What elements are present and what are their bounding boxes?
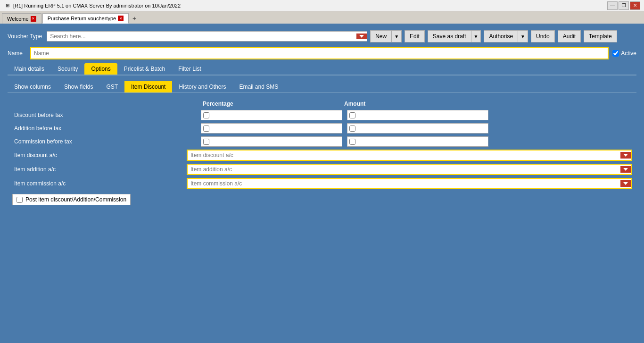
sub-tab-email-sms[interactable]: Email and SMS	[233, 81, 285, 92]
sub-tab-item-discount[interactable]: Item Discount	[124, 81, 172, 92]
voucher-type-label: Voucher Type	[8, 33, 42, 40]
column-headers: Percentage Amount	[12, 100, 632, 107]
item-commission-acct-input[interactable]	[188, 179, 620, 188]
voucher-type-search-wrap	[47, 31, 367, 42]
discount-before-tax-label: Discount before tax	[12, 112, 201, 118]
save-as-draft-button[interactable]: Save as draft	[428, 30, 471, 42]
tab-filter-list[interactable]: Filter List	[172, 63, 208, 75]
titlebar-left: ⊞ [R1] Running ERP 5.1 on CMAX Server By…	[4, 2, 181, 9]
chevron-down-icon	[359, 35, 364, 38]
post-label: Post item discount/Addition/Commission	[25, 196, 126, 203]
item-addition-acct-arrow[interactable]	[620, 166, 631, 173]
tabbar: Welcome ✕ Purchase Return vouchertype ✕ …	[0, 11, 644, 25]
name-label: Name	[8, 50, 26, 57]
active-checkbox[interactable]	[612, 50, 619, 57]
item-discount-acct-arrow[interactable]	[620, 152, 631, 159]
new-button[interactable]: New	[370, 30, 391, 42]
tab-main-details[interactable]: Main details	[8, 63, 51, 75]
discount-before-tax-amount-checkbox[interactable]	[349, 112, 355, 118]
maximize-button[interactable]: ❐	[619, 1, 629, 10]
authorise-group: Authorise ▼	[484, 30, 528, 42]
addition-before-tax-row: Addition before tax	[12, 123, 632, 134]
voucher-type-dropdown-arrow[interactable]	[356, 33, 367, 39]
tab-welcome[interactable]: Welcome ✕	[2, 13, 41, 24]
tab-purchase-return-label: Purchase Return vouchertype	[48, 16, 116, 21]
toolbar: Voucher Type New ▼ Edit Save as draft ▼ …	[8, 30, 636, 42]
item-addition-acct-input[interactable]	[188, 165, 620, 174]
commission-before-tax-label: Commission before tax	[12, 138, 201, 145]
edit-button[interactable]: Edit	[405, 30, 425, 42]
col-percentage-header: Percentage	[201, 100, 342, 107]
form-area: Percentage Amount Discount before tax Ad…	[8, 100, 636, 205]
commission-before-tax-percentage	[201, 136, 342, 147]
save-as-draft-dropdown-arrow[interactable]: ▼	[471, 30, 481, 42]
item-discount-acct-wrap	[187, 150, 632, 161]
titlebar: ⊞ [R1] Running ERP 5.1 on CMAX Server By…	[0, 0, 644, 11]
addition-before-tax-percentage	[201, 123, 342, 134]
new-button-group: New ▼	[370, 30, 402, 42]
commission-before-tax-amount-checkbox[interactable]	[349, 139, 355, 145]
undo-button[interactable]: Undo	[531, 30, 555, 42]
post-row: Post item discount/Addition/Commission	[12, 194, 632, 205]
chevron-down-icon	[623, 182, 628, 185]
tab-welcome-label: Welcome	[7, 16, 29, 22]
name-row: Name Active	[8, 47, 636, 59]
post-check-wrap: Post item discount/Addition/Commission	[12, 194, 131, 205]
item-addition-acct-label: Item addition a/c	[12, 166, 187, 173]
app-icon: ⊞	[4, 2, 11, 9]
active-label: Active	[621, 50, 636, 57]
discount-before-tax-percentage	[201, 110, 342, 120]
addition-before-tax-label: Addition before tax	[12, 125, 201, 132]
item-discount-acct-row: Item discount a/c	[12, 150, 632, 161]
tab-add-button[interactable]: +	[130, 13, 139, 24]
addition-before-tax-amount-checkbox[interactable]	[349, 125, 355, 132]
chevron-down-icon	[623, 154, 628, 157]
addition-before-tax-amount	[347, 123, 488, 134]
authorise-button[interactable]: Authorise	[484, 30, 518, 42]
voucher-type-search-input[interactable]	[47, 32, 356, 41]
tab-security[interactable]: Security	[51, 63, 84, 75]
col-amount-header: Amount	[342, 100, 484, 107]
discount-before-tax-row: Discount before tax	[12, 110, 632, 120]
chevron-down-icon	[623, 168, 628, 171]
sub-tab-show-columns[interactable]: Show columns	[8, 81, 58, 92]
item-discount-acct-label: Item discount a/c	[12, 152, 187, 159]
item-addition-acct-wrap	[187, 164, 632, 175]
item-commission-acct-wrap	[187, 178, 632, 189]
titlebar-controls: — ❐ ✕	[607, 1, 640, 10]
tab-welcome-close[interactable]: ✕	[31, 16, 36, 22]
tab-purchase-return[interactable]: Purchase Return vouchertype ✕	[42, 13, 129, 24]
item-commission-acct-row: Item commission a/c	[12, 178, 632, 189]
item-addition-acct-row: Item addition a/c	[12, 164, 632, 175]
authorise-dropdown-arrow[interactable]: ▼	[518, 30, 528, 42]
active-checkbox-wrap: Active	[612, 50, 636, 57]
name-input[interactable]	[30, 47, 609, 59]
template-button[interactable]: Template	[584, 30, 617, 42]
main-content: Voucher Type New ▼ Edit Save as draft ▼ …	[0, 25, 644, 217]
minimize-button[interactable]: —	[607, 1, 618, 10]
content-area: Show columns Show fields GST Item Discou…	[8, 75, 636, 211]
sub-tabs: Show columns Show fields GST Item Discou…	[8, 81, 636, 93]
audit-button[interactable]: Audit	[558, 30, 581, 42]
section-tabs: Main details Security Options Pricelist …	[8, 63, 636, 75]
tab-options[interactable]: Options	[84, 63, 117, 75]
tab-purchase-return-close[interactable]: ✕	[118, 16, 124, 21]
sub-tab-gst[interactable]: GST	[99, 81, 124, 92]
post-checkbox[interactable]	[17, 197, 23, 203]
item-commission-acct-label: Item commission a/c	[12, 180, 187, 187]
commission-before-tax-row: Commission before tax	[12, 136, 632, 147]
discount-before-tax-amount	[347, 110, 488, 120]
sub-tab-show-fields[interactable]: Show fields	[58, 81, 99, 92]
commission-before-tax-percentage-checkbox[interactable]	[203, 139, 209, 145]
tab-pricelist-batch[interactable]: Pricelist & Batch	[117, 63, 172, 75]
discount-before-tax-percentage-checkbox[interactable]	[203, 112, 209, 118]
titlebar-title: [R1] Running ERP 5.1 on CMAX Server By a…	[13, 3, 181, 8]
item-commission-acct-arrow[interactable]	[620, 180, 631, 187]
close-button[interactable]: ✕	[630, 1, 640, 10]
commission-before-tax-amount	[347, 136, 488, 147]
addition-before-tax-percentage-checkbox[interactable]	[203, 125, 209, 132]
save-as-draft-group: Save as draft ▼	[428, 30, 481, 42]
new-dropdown-arrow[interactable]: ▼	[391, 30, 402, 42]
sub-tab-history-others[interactable]: History and Others	[172, 81, 232, 92]
item-discount-acct-input[interactable]	[188, 151, 620, 160]
